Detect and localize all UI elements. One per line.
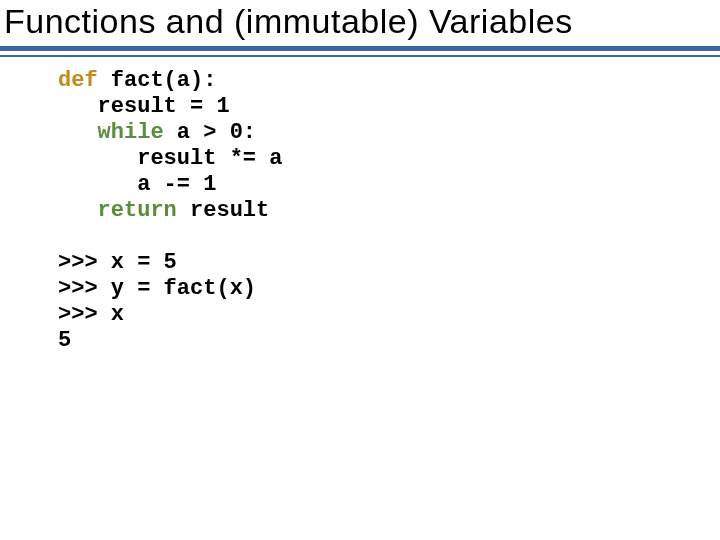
title-rule-thick: [0, 46, 720, 51]
repl-line-3: >>> x: [58, 302, 124, 327]
code-block: def fact(a): result = 1 while a > 0: res…: [58, 68, 282, 354]
keyword-return: return: [98, 198, 177, 223]
code-line-2: result = 1: [58, 94, 230, 119]
keyword-while: while: [98, 120, 164, 145]
repl-line-2: >>> y = fact(x): [58, 276, 256, 301]
return-expr: result: [177, 198, 269, 223]
title-rule-thin: [0, 55, 720, 57]
repl-output: 5: [58, 328, 71, 353]
code-line-6: return result: [58, 198, 269, 223]
repl-line-1: >>> x = 5: [58, 250, 177, 275]
code-line-4: result *= a: [58, 146, 282, 171]
while-condition: a > 0:: [164, 120, 256, 145]
code-line-5: a -= 1: [58, 172, 216, 197]
keyword-def: def: [58, 68, 98, 93]
fn-signature: fact(a):: [98, 68, 217, 93]
slide: Functions and (immutable) Variables def …: [0, 0, 720, 540]
slide-title: Functions and (immutable) Variables: [4, 2, 573, 41]
code-line-3: while a > 0:: [58, 120, 256, 145]
